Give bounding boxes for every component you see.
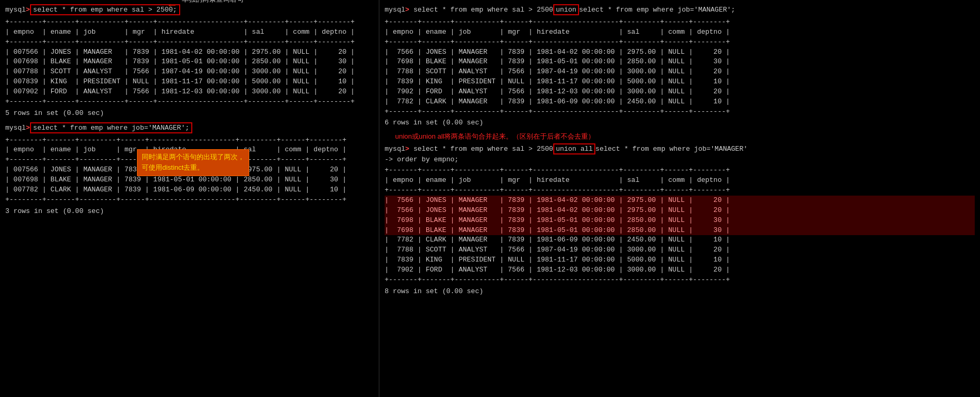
- annotation2-box: 同时满足两个语句的出现了两次， 可使用distinct去重。: [137, 149, 249, 177]
- right-table1-row-5: | 7902 | FORD | ANALYST | 7566 | 1981-12…: [385, 87, 975, 97]
- right-table1-sep-top: +-------+-------+-----------+------+----…: [385, 17, 975, 27]
- right-prompt2: mysql> select * from emp where sal > 250…: [385, 145, 553, 153]
- right-table2-sep-top: +-------+-------+-----------+------+----…: [385, 166, 975, 176]
- right-panel: mysql> select * from emp where sal > 250…: [379, 0, 980, 397]
- right-table1-row-2: | 7698 | BLAKE | MANAGER | 7839 | 1981-0…: [385, 57, 975, 67]
- right-table2-row-8: | 7902 | FORD | ANALYST | 7566 | 1981-12…: [385, 265, 975, 275]
- union-annotation-text: union或union all将两条语句合并起来。（区别在于后者不会去重）: [395, 132, 595, 140]
- right-table2-row-4: | 7698 | BLAKE | MANAGER | 7839 | 1981-0…: [385, 226, 975, 236]
- right-table1-sep-mid: +-------+-------+-----------+------+----…: [385, 37, 975, 47]
- right-table1-sep-bot: +-------+-------+-----------+------+----…: [385, 107, 975, 117]
- table1-header: | empno | ename | job | mgr | hiredate |…: [5, 27, 374, 37]
- table1-sep-mid: +--------+-------+-----------+------+---…: [5, 37, 374, 47]
- union-annotation: union或union all将两条语句合并起来。（区别在于后者不会去重）: [395, 132, 975, 141]
- table1-sep-top: +--------+-------+-----------+------+---…: [5, 17, 374, 27]
- table1-row-3: | 007788 | SCOTT | ANALYST | 7566 | 1987…: [5, 67, 374, 77]
- union-all-keyword: union all: [553, 143, 595, 154]
- left-panel: mysql> select * from emp where sal > 250…: [0, 0, 379, 397]
- table1-count: 5 rows in set (0.00 sec): [5, 109, 374, 117]
- query1-sql: select * from emp where sal > 2500;: [30, 4, 180, 15]
- right-query2-prompt: mysql> select * from emp where sal > 250…: [385, 143, 975, 154]
- right-table2-row-2: | 7566 | JONES | MANAGER | 7839 | 1981-0…: [385, 206, 975, 216]
- right-prompt1: mysql> select * from emp where sal > 250…: [385, 6, 553, 14]
- right-query1-rest: select * from emp where job='MANAGER';: [579, 6, 735, 14]
- union-keyword: union: [553, 4, 579, 15]
- right-table2-row-5: | 7782 | CLARK | MANAGER | 7839 | 1981-0…: [385, 235, 975, 245]
- table1-row-5: | 007902 | FORD | ANALYST | 7566 | 1981-…: [5, 87, 374, 97]
- table2-count: 3 rows in set (0.00 sec): [5, 207, 374, 215]
- right-table1-row-3: | 7788 | SCOTT | ANALYST | 7566 | 1987-0…: [385, 67, 975, 77]
- right-query2-continuation: -> order by empno;: [385, 156, 975, 163]
- query1-prompt: mysql> select * from emp where sal > 250…: [5, 4, 374, 15]
- arrow-annotation1: ←: [169, 0, 175, 12]
- right-table1-header: | empno | ename | job | mgr | hiredate |…: [385, 27, 975, 37]
- right-table1-row-4: | 7839 | KING | PRESIDENT | NULL | 1981-…: [385, 77, 975, 87]
- table1-row-4: | 007839 | KING | PRESIDENT | NULL | 198…: [5, 77, 374, 87]
- prompt2-text: mysql>: [5, 124, 30, 132]
- prompt-text: mysql>: [5, 6, 30, 14]
- table2-sep-bot: +--------+-------+---------+------+-----…: [5, 195, 374, 205]
- right-table1-row-6: | 7782 | CLARK | MANAGER | 7839 | 1981-0…: [385, 97, 975, 107]
- annotation2-line2: 可使用distinct去重。: [142, 163, 204, 171]
- table2-row-2: | 007698 | BLAKE | MANAGER | 7839 | 1981…: [5, 175, 374, 185]
- annotation2-line1: 同时满足两个语句的出现了两次，: [142, 153, 244, 161]
- annotation1-text: 单独的两条查询语句: [182, 0, 243, 4]
- right-table1-count: 6 rows in set (0.00 sec): [385, 119, 975, 127]
- table2-sep-top: +--------+-------+---------+------+-----…: [5, 135, 374, 146]
- continuation-text: -> order by empno;: [385, 156, 458, 163]
- right-table1-row-1: | 7566 | JONES | MANAGER | 7839 | 1981-0…: [385, 47, 975, 57]
- right-table2-row-7: | 7839 | KING | PRESIDENT | NULL | 1981-…: [385, 255, 975, 265]
- right-table2: +-------+-------+-----------+------+----…: [385, 166, 975, 285]
- right-table2-row-3: | 7698 | BLAKE | MANAGER | 7839 | 1981-0…: [385, 216, 975, 226]
- right-table2-sep-bot: +-------+-------+-----------+------+----…: [385, 275, 975, 285]
- right-table2-count: 8 rows in set (0.00 sec): [385, 287, 975, 295]
- right-table2-row-1: | 7566 | JONES | MANAGER | 7839 | 1981-0…: [385, 196, 975, 206]
- right-table2-header: | empno | ename | job | mgr | hiredate |…: [385, 176, 975, 186]
- table2-row-3: | 007782 | CLARK | MANAGER | 7839 | 1981…: [5, 185, 374, 195]
- table1-row-2: | 007698 | BLAKE | MANAGER | 7839 | 1981…: [5, 57, 374, 67]
- right-table2-sep-mid: +-------+-------+-----------+------+----…: [385, 186, 975, 196]
- right-query1-prompt: mysql> select * from emp where sal > 250…: [385, 4, 975, 15]
- right-query2-rest: select * from emp where job='MANAGER': [595, 145, 748, 153]
- query2-sql: select * from emp where job='MANAGER';: [30, 122, 192, 133]
- right-table1: +-------+-------+-----------+------+----…: [385, 17, 975, 117]
- table1: +--------+-------+-----------+------+---…: [5, 17, 374, 107]
- query2-prompt: mysql> select * from emp where job='MANA…: [5, 122, 374, 133]
- right-table2-row-6: | 7788 | SCOTT | ANALYST | 7566 | 1987-0…: [385, 245, 975, 255]
- table1-sep-bot: +--------+-------+-----------+------+---…: [5, 97, 374, 107]
- table1-row-1: | 007566 | JONES | MANAGER | 7839 | 1981…: [5, 47, 374, 57]
